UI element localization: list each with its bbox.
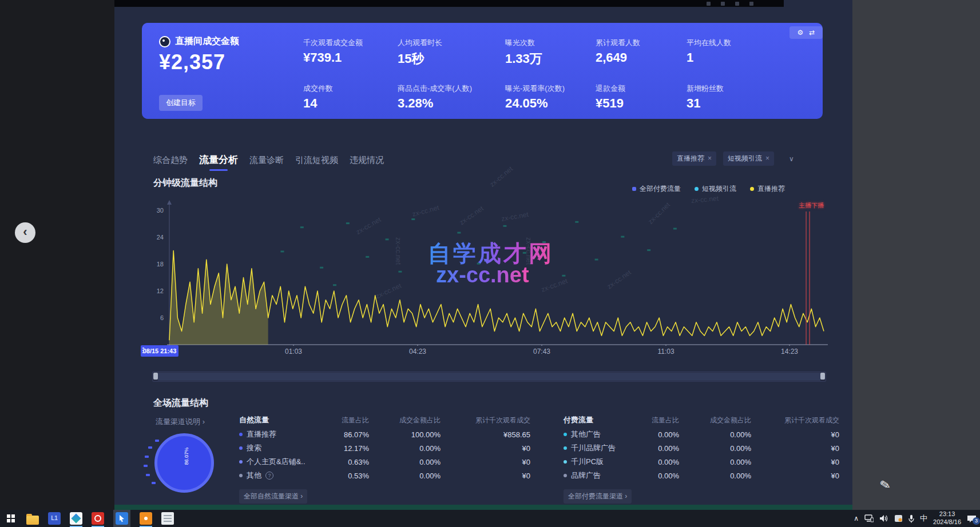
metric-value: 2,649 xyxy=(596,50,627,65)
traffic-structure-title: 全场流量结构 xyxy=(153,397,208,409)
all-paid-channels-link[interactable]: 全部付费流量渠道 › xyxy=(564,489,632,504)
chart-section-title: 分钟级流量结构 xyxy=(153,177,217,189)
create-goal-button[interactable]: 创建目标 xyxy=(159,95,203,111)
series-dot xyxy=(239,474,243,477)
chevron-right-icon: › xyxy=(625,492,627,500)
donut-tick xyxy=(146,474,150,476)
tab-overall-trend[interactable]: 综合趋势 xyxy=(153,155,188,166)
watermark-site-url: zx-cc.net xyxy=(436,263,529,288)
target-icon xyxy=(159,36,170,47)
pencil-icon[interactable]: ✎ xyxy=(878,477,891,493)
windows-taskbar: L1 ∧ 中 23:13 2024/8/16 3 xyxy=(0,510,980,527)
card-title: 直播间成交金额 xyxy=(175,35,239,47)
metric-value: 1 xyxy=(687,50,693,65)
metric-label: 商品点击-成交率(人数) xyxy=(398,83,472,94)
notepad-app-icon[interactable] xyxy=(161,512,174,525)
x-axis-start-handle[interactable]: 08/15 21:43 xyxy=(141,345,178,357)
series-dot xyxy=(239,446,243,450)
topbar-icon xyxy=(707,2,711,6)
filter-tag-live-recommend[interactable]: 直播推荐× xyxy=(672,151,716,166)
chevron-down-icon[interactable]: ∨ xyxy=(789,155,794,163)
traffic-donut-chart[interactable]: 86.07% xyxy=(154,433,214,493)
x-tick: 07:43 xyxy=(519,348,565,356)
tab-violations[interactable]: 违规情况 xyxy=(350,155,384,166)
donut-tick xyxy=(145,456,149,458)
tab-short-video[interactable]: 引流短视频 xyxy=(295,155,338,166)
table-row: 品牌广告 0.00% 0.00% ¥0 xyxy=(564,469,839,482)
series-dot xyxy=(564,433,567,436)
active-app-highlight[interactable] xyxy=(113,510,130,527)
filter-tag-short-video[interactable]: 短视频引流× xyxy=(723,151,774,166)
donut-tick xyxy=(155,440,159,442)
microphone-icon[interactable] xyxy=(908,514,914,523)
metric-value: 14 xyxy=(303,96,317,111)
legend-live-recommend[interactable]: 直播推荐 xyxy=(750,184,785,194)
channel-note-link[interactable]: 流量渠道说明 › xyxy=(156,417,205,427)
network-icon[interactable] xyxy=(864,514,874,522)
card-tools: ⚙ ⇄ xyxy=(789,26,823,39)
browser-app-icon[interactable] xyxy=(92,512,104,525)
slider-right-handle[interactable] xyxy=(820,373,825,380)
col-header: 累计千次观看成交 xyxy=(751,416,839,425)
card-title-row: 直播间成交金额 xyxy=(159,35,239,47)
metric-value: 31 xyxy=(687,96,700,111)
y-tick: 18 xyxy=(149,261,164,268)
series-dot xyxy=(564,474,567,477)
player-prev-button[interactable]: ‹ xyxy=(15,222,35,243)
series-dot xyxy=(239,433,243,436)
chevron-up-icon[interactable]: ∧ xyxy=(854,514,859,522)
close-icon[interactable]: × xyxy=(708,154,712,162)
metric-label: 曝光-观看率(次数) xyxy=(505,83,565,94)
metric-label: 累计观看人数 xyxy=(596,38,640,48)
legend-short-video[interactable]: 短视频引流 xyxy=(695,184,736,194)
start-button[interactable] xyxy=(7,514,15,522)
table-row: 搜索 12.17% 0.00% ¥0 xyxy=(239,441,530,455)
info-icon[interactable]: ? xyxy=(265,472,273,480)
analysis-tabs: 综合趋势 流量分析 流量诊断 引流短视频 违规情况 xyxy=(153,153,384,166)
timeline-range-slider[interactable] xyxy=(152,372,826,382)
tab-traffic-diagnosis[interactable]: 流量诊断 xyxy=(249,155,284,166)
metric-label: 成交件数 xyxy=(303,83,333,94)
metric-value: ¥519 xyxy=(596,96,624,111)
donut-tick xyxy=(144,465,148,467)
ime-indicator[interactable]: 中 xyxy=(920,513,927,524)
system-tray: ∧ 中 23:13 2024/8/16 3 xyxy=(854,510,977,527)
chevron-right-icon: › xyxy=(300,492,303,500)
speaker-icon[interactable] xyxy=(879,514,888,522)
x-tick: 11:03 xyxy=(643,348,689,356)
video-bottom-strip xyxy=(114,505,852,510)
x-tick: 01:03 xyxy=(271,348,316,356)
browser-top-strip xyxy=(114,0,784,7)
slider-fill xyxy=(158,373,820,381)
tray-date: 2024/8/16 xyxy=(933,518,961,525)
legend-dot xyxy=(750,187,754,191)
tray-clock[interactable]: 23:13 2024/8/16 xyxy=(933,510,961,526)
close-icon[interactable]: × xyxy=(765,154,769,162)
all-natural-channels-link[interactable]: 全部自然流量渠道 › xyxy=(239,489,307,504)
filter-tagbar: 直播推荐× 短视频引流× ∨ xyxy=(672,151,794,166)
snip-tool-icon[interactable] xyxy=(894,514,903,522)
tab-traffic-analysis[interactable]: 流量分析 xyxy=(199,153,238,166)
cursor-app-icon[interactable] xyxy=(116,512,128,525)
table-row: 其他广告 0.00% 0.00% ¥0 xyxy=(564,428,839,441)
gear-icon[interactable]: ⚙ xyxy=(798,29,804,37)
series-dot xyxy=(564,446,567,450)
natural-traffic-table: 自然流量 流量占比 成交金额占比 累计千次观看成交 直播推荐 86.07% 10… xyxy=(239,413,530,482)
l1-app-icon[interactable]: L1 xyxy=(48,512,61,525)
file-explorer-icon[interactable] xyxy=(26,516,39,525)
desktop-left-margin xyxy=(0,0,114,510)
notification-icon[interactable]: 3 xyxy=(967,514,977,523)
x-tick: 04:23 xyxy=(395,348,441,356)
watermark-faint: zx-cc.net xyxy=(394,237,402,265)
swap-icon[interactable]: ⇄ xyxy=(809,29,815,37)
slider-left-handle[interactable] xyxy=(153,373,158,380)
utility-app-icon[interactable] xyxy=(140,512,152,525)
donut-share-label: 86.07% xyxy=(184,448,189,465)
media-app-icon[interactable] xyxy=(70,512,82,525)
series-dot xyxy=(564,460,567,464)
y-tick: 12 xyxy=(149,288,164,294)
legend-paid-traffic[interactable]: 全部付费流量 xyxy=(632,184,681,194)
topbar-icon xyxy=(749,2,753,6)
table-row: 个人主页&店铺&.. 0.63% 0.00% ¥0 xyxy=(239,455,530,469)
metric-label: 退款金额 xyxy=(596,83,625,94)
